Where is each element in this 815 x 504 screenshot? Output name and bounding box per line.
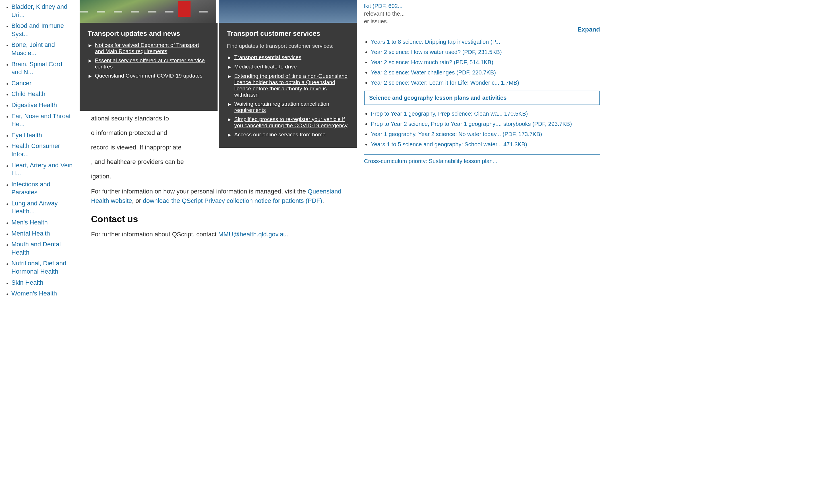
list-item: ► Waiving certain registration cancellat… bbox=[227, 101, 349, 113]
arrow-icon: ► bbox=[88, 58, 93, 64]
person-image bbox=[219, 0, 357, 23]
sidebar-item-heart[interactable]: Heart, Artery and Vein H... bbox=[11, 162, 72, 177]
arrow-icon: ► bbox=[227, 132, 232, 138]
geography-links-list: Prep to Year 1 geography, Prep science: … bbox=[364, 110, 600, 148]
list-item: Year 2 science: Water challenges (PDF, 2… bbox=[371, 68, 600, 76]
road-markings bbox=[80, 11, 216, 13]
list-item: ► Access our online services from home bbox=[227, 132, 349, 138]
sidebar-item-digestive[interactable]: Digestive Health bbox=[11, 101, 57, 109]
right-top-links: lkit (PDF, 602... relevant to the... er … bbox=[364, 3, 600, 33]
geo-link-4[interactable]: Years 1 to 5 science and geography: Scho… bbox=[371, 141, 527, 147]
science-link-1[interactable]: Years 1 to 8 science: Dripping tap inves… bbox=[371, 39, 500, 45]
sidebar-item-cancer[interactable]: Cancer bbox=[11, 80, 32, 87]
arrow-icon: ► bbox=[227, 117, 232, 123]
list-item: Women's Health bbox=[11, 290, 74, 298]
section-heading-link[interactable]: Science and geography lesson plans and a… bbox=[364, 91, 600, 105]
list-item: ► Notices for waived Department of Trans… bbox=[88, 42, 210, 55]
list-item: Prep to Year 1 geography, Prep science: … bbox=[371, 110, 600, 118]
science-link-5[interactable]: Year 2 science: Water: Learn it for Life… bbox=[371, 80, 519, 86]
transport-news-list: ► Notices for waived Department of Trans… bbox=[88, 42, 210, 79]
list-item: Years 1 to 5 science and geography: Scho… bbox=[371, 140, 600, 148]
overlay-container: Transport updates and news ► Notices for… bbox=[80, 0, 358, 504]
list-item: Infections and Parasites bbox=[11, 180, 74, 197]
transport-service-4[interactable]: Waiving certain registration cancellatio… bbox=[234, 101, 349, 113]
science-links-list: Years 1 to 8 science: Dripping tap inves… bbox=[364, 38, 600, 87]
transport-news-item-3[interactable]: Queensland Government COVID-19 updates bbox=[95, 73, 202, 79]
red-box bbox=[178, 1, 190, 17]
contact-paragraph: For further information about QScript, c… bbox=[91, 230, 347, 239]
science-link-4[interactable]: Year 2 science: Water challenges (PDF, 2… bbox=[371, 69, 496, 76]
sidebar-item-health-consumer[interactable]: Health Consumer Infor... bbox=[11, 142, 60, 158]
sidebar-item-bone[interactable]: Bone, Joint and Muscle... bbox=[11, 41, 55, 57]
sidebar-item-infections[interactable]: Infections and Parasites bbox=[11, 181, 50, 196]
arrow-icon: ► bbox=[227, 55, 232, 61]
transport-news-item-2[interactable]: Essential services offered at customer s… bbox=[95, 57, 210, 70]
sidebar-item-nutritional[interactable]: Nutritional, Diet and Hormonal Health bbox=[11, 260, 66, 275]
transport-service-5[interactable]: Simplified process to re-register your v… bbox=[234, 116, 349, 129]
contact-period: . bbox=[287, 231, 288, 238]
list-item: Blood and Immune Syst... bbox=[11, 22, 74, 38]
transport-service-1[interactable]: Transport essential services bbox=[234, 54, 302, 61]
sidebar-item-mens[interactable]: Men's Health bbox=[11, 219, 48, 226]
transport-services-subtitle: Find updates to transport customer servi… bbox=[227, 42, 349, 50]
sidebar-item-womens[interactable]: Women's Health bbox=[11, 290, 57, 297]
list-item: Eye Health bbox=[11, 131, 74, 139]
sidebar-item-mental[interactable]: Mental Health bbox=[11, 230, 50, 237]
sidebar-item-mouth[interactable]: Mouth and Dental Health bbox=[11, 241, 61, 256]
geo-link-3[interactable]: Year 1 geography, Year 2 science: No wat… bbox=[371, 131, 542, 137]
list-item: Mouth and Dental Health bbox=[11, 240, 74, 257]
arrow-icon: ► bbox=[88, 73, 93, 79]
transport-service-6[interactable]: Access our online services from home bbox=[234, 132, 326, 138]
list-item: Year 2 science: How is water used? (PDF,… bbox=[371, 48, 600, 56]
science-link-3[interactable]: Year 2 science: How much rain? (PDF, 514… bbox=[371, 59, 493, 65]
list-item: ► Extending the period of time a non-Que… bbox=[227, 73, 349, 98]
list-item: ► Essential services offered at customer… bbox=[88, 57, 210, 70]
transport-services-list: ► Transport essential services ► Medical… bbox=[227, 54, 349, 138]
list-item: Brain, Spinal Cord and N... bbox=[11, 60, 74, 76]
arrow-icon: ► bbox=[227, 64, 232, 70]
expand-button[interactable]: Expand bbox=[577, 26, 600, 33]
right-link-toolkit[interactable]: lkit (PDF, 602... bbox=[364, 3, 403, 9]
right-panel: lkit (PDF, 602... relevant to the... er … bbox=[358, 0, 606, 504]
arrow-icon: ► bbox=[227, 74, 232, 80]
sidebar-item-skin[interactable]: Skin Health bbox=[11, 279, 43, 286]
science-link-2[interactable]: Year 2 science: How is water used? (PDF,… bbox=[371, 49, 502, 55]
transport-news-item-1[interactable]: Notices for waived Department of Transpo… bbox=[95, 42, 210, 55]
geo-link-1[interactable]: Prep to Year 1 geography, Prep science: … bbox=[371, 111, 528, 117]
list-item: Health Consumer Infor... bbox=[11, 142, 74, 158]
list-item: Years 1 to 8 science: Dripping tap inves… bbox=[371, 38, 600, 46]
or-text: , or bbox=[132, 197, 141, 204]
transport-service-3[interactable]: Extending the period of time a non-Queen… bbox=[234, 73, 349, 98]
download-link[interactable]: download the QScript Privacy collection … bbox=[143, 197, 322, 204]
list-item: Year 1 geography, Year 2 science: No wat… bbox=[371, 130, 600, 138]
list-item: Cancer bbox=[11, 79, 74, 88]
sidebar-item-child-health[interactable]: Child Health bbox=[11, 90, 45, 97]
cross-curriculum-link[interactable]: Cross-curriculum priority: Sustainabilit… bbox=[364, 158, 497, 164]
list-item: Lung and Airway Health... bbox=[11, 199, 74, 216]
list-item: Ear, Nose and Throat He... bbox=[11, 112, 74, 128]
transport-service-2[interactable]: Medical certificate to drive bbox=[234, 64, 297, 70]
sidebar-item-eye[interactable]: Eye Health bbox=[11, 132, 42, 139]
right-top-item-3: er issues. bbox=[364, 18, 600, 25]
cross-curriculum-text: Cross-curriculum priority: Sustainabilit… bbox=[364, 154, 600, 164]
road-image bbox=[80, 0, 216, 23]
contact-text: For further information about QScript, c… bbox=[91, 231, 217, 238]
list-item: ► Simplified process to re-register your… bbox=[227, 116, 349, 129]
sidebar-item-ear-nose[interactable]: Ear, Nose and Throat He... bbox=[11, 113, 71, 128]
email-link[interactable]: MMU@health.qld.gov.au bbox=[219, 231, 287, 238]
transport-services-dropdown: Transport customer services Find updates… bbox=[219, 23, 357, 148]
list-item: Digestive Health bbox=[11, 101, 74, 109]
geo-link-2[interactable]: Prep to Year 2 science, Prep to Year 1 g… bbox=[371, 121, 572, 127]
sidebar-item-brain[interactable]: Brain, Spinal Cord and N... bbox=[11, 61, 62, 76]
period: . bbox=[322, 197, 324, 204]
list-item: Child Health bbox=[11, 90, 74, 98]
list-item: Nutritional, Diet and Hormonal Health bbox=[11, 259, 74, 276]
arrow-icon: ► bbox=[227, 101, 232, 107]
privacy-text: For further information on how your pers… bbox=[91, 188, 306, 195]
privacy-paragraph: For further information on how your pers… bbox=[91, 187, 347, 205]
right-top-item-2: relevant to the... bbox=[364, 11, 600, 17]
list-item: ► Queensland Government COVID-19 updates bbox=[88, 73, 210, 79]
sidebar-item-lung[interactable]: Lung and Airway Health... bbox=[11, 200, 58, 215]
sidebar-item-blood[interactable]: Blood and Immune Syst... bbox=[11, 22, 64, 38]
sidebar-item-bladder[interactable]: Bladder, Kidney and Uri... bbox=[11, 3, 67, 18]
